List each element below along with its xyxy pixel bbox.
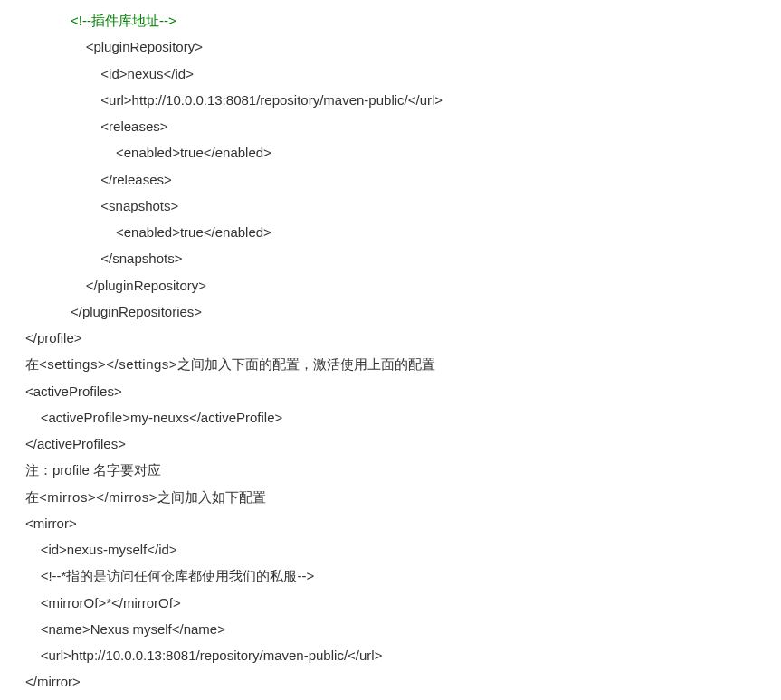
code-line: <activeProfiles> xyxy=(25,378,756,404)
code-block-2: <activeProfiles> <activeProfile>my-neuxs… xyxy=(25,378,756,458)
instruction-mirros: 在<mirros></mirros>之间加入如下配置 xyxy=(25,484,756,510)
code-line: <!--插件库地址--> xyxy=(25,7,756,33)
note-profile: 注：profile 名字要对应 xyxy=(25,457,756,483)
code-line: <url>http://10.0.0.13:8081/repository/ma… xyxy=(25,642,756,668)
code-line: </pluginRepository> xyxy=(25,272,756,298)
code-block-1: <!--插件库地址--> <pluginRepository> <id>nexu… xyxy=(25,7,756,351)
code-line: <releases> xyxy=(25,113,756,139)
instruction-settings: 在<settings></settings>之间加入下面的配置，激活使用上面的配… xyxy=(25,351,756,377)
code-line: </mirror> xyxy=(25,668,756,695)
code-line: <url>http://10.0.0.13:8081/repository/ma… xyxy=(25,87,756,113)
code-block-3: <mirror> <id>nexus-myself</id> <!--*指的是访… xyxy=(25,510,756,695)
code-line: </profile> xyxy=(25,325,756,351)
code-line: <mirror> xyxy=(25,510,756,536)
code-line: <id>nexus</id> xyxy=(25,61,756,87)
code-line: <id>nexus-myself</id> xyxy=(25,536,756,563)
code-line: <name>Nexus myself</name> xyxy=(25,616,756,642)
code-line: <mirrorOf>*</mirrorOf> xyxy=(25,590,756,616)
code-line: <activeProfile>my-neuxs</activeProfile> xyxy=(25,404,756,430)
code-line: <pluginRepository> xyxy=(25,33,756,60)
code-line: <enabled>true</enabled> xyxy=(25,219,756,245)
code-line: <!--*指的是访问任何仓库都使用我们的私服--> xyxy=(25,563,756,589)
code-line: <enabled>true</enabled> xyxy=(25,139,756,166)
code-line: </pluginRepositories> xyxy=(25,298,756,325)
code-line: </releases> xyxy=(25,166,756,193)
code-line: </activeProfiles> xyxy=(25,430,756,457)
code-line: </snapshots> xyxy=(25,245,756,271)
code-line: <snapshots> xyxy=(25,193,756,219)
